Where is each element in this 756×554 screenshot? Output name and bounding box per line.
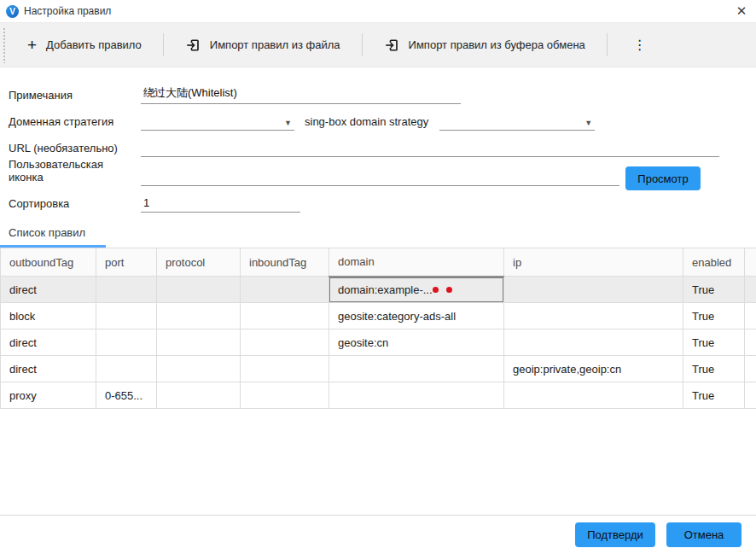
import-clipboard-button[interactable]: Импорт правил из буфера обмена	[363, 23, 607, 67]
singbox-strategy-label: sing-box domain strategy	[305, 115, 428, 131]
red-dot-icon	[446, 287, 452, 293]
footer: Подтверди Отмена	[0, 515, 756, 554]
cell-outboundTag[interactable]: direct	[1, 329, 96, 356]
custom-icon-row: Пользовательская иконка Просмотр	[9, 157, 756, 186]
cell-ip[interactable]	[504, 277, 683, 303]
rule-form: Примечания 绕过大陆(Whitelist) Доменная стра…	[0, 67, 756, 213]
cell-domain[interactable]	[329, 356, 504, 382]
notes-row: Примечания 绕过大陆(Whitelist)	[9, 78, 756, 104]
cell-protocol[interactable]	[157, 382, 241, 409]
cell-ip[interactable]: geoip:private,geoip:cn	[504, 356, 683, 382]
cell-ip[interactable]	[504, 303, 683, 329]
table-empty-area	[0, 409, 756, 515]
cell-enabled[interactable]: True	[683, 382, 745, 409]
cell-domain[interactable]: geosite:category-ads-all	[329, 303, 504, 329]
cell-enabled[interactable]: True	[683, 329, 745, 356]
import-icon	[185, 38, 201, 53]
domain-strategy-select[interactable]: ▼	[141, 114, 294, 131]
rules-table-body: directdomain:example-...Trueblockgeosite…	[1, 277, 756, 409]
cell-inboundTag[interactable]	[241, 277, 329, 303]
import-icon	[384, 38, 399, 53]
tab-rules-list[interactable]: Список правил	[0, 220, 106, 248]
cell-pad	[745, 382, 756, 409]
cell-pad	[745, 303, 756, 329]
cell-domain[interactable]: geosite:cn	[329, 329, 504, 356]
singbox-strategy-select[interactable]: ▼	[439, 114, 595, 131]
cell-port[interactable]	[96, 329, 157, 356]
column-header-ip[interactable]: ip	[504, 248, 683, 277]
cell-domain[interactable]	[329, 382, 504, 409]
cell-domain[interactable]: domain:example-...	[329, 277, 504, 303]
column-header-inboundTag[interactable]: inboundTag	[241, 248, 329, 277]
table-row: proxy0-655...True	[1, 382, 756, 409]
tabbar: Список правил	[0, 220, 756, 248]
cell-port[interactable]	[96, 356, 157, 382]
url-label: URL (необязательно)	[9, 142, 141, 157]
chevron-down-icon: ▼	[584, 119, 592, 127]
custom-icon-label: Пользовательская иконка	[9, 158, 141, 186]
cell-protocol[interactable]	[157, 356, 241, 382]
cell-ip[interactable]	[504, 329, 683, 356]
import-file-label: Импорт правил из файла	[210, 38, 340, 51]
table-row: directgeoip:private,geoip:cnTrue	[1, 356, 756, 382]
cell-protocol[interactable]	[157, 303, 241, 329]
import-clipboard-label: Импорт правил из буфера обмена	[409, 38, 585, 51]
cell-text: domain:example-...	[338, 283, 433, 296]
cell-enabled[interactable]: True	[683, 303, 745, 329]
kebab-icon: ⋮	[633, 37, 647, 53]
domain-strategy-row: Доменная стратегия ▼ sing-box domain str…	[9, 104, 756, 131]
cell-pad	[745, 356, 756, 382]
sort-input[interactable]: 1	[141, 196, 300, 213]
chevron-down-icon: ▼	[284, 119, 292, 127]
cell-protocol[interactable]	[157, 277, 241, 303]
column-header-enabled[interactable]: enabled	[683, 248, 745, 277]
preview-button[interactable]: Просмотр	[625, 166, 701, 190]
url-row: URL (необязательно)	[9, 131, 756, 157]
cell-ip[interactable]	[504, 382, 683, 409]
sort-label: Сортировка	[9, 197, 141, 213]
column-header-outboundTag[interactable]: outboundTag	[1, 248, 96, 277]
column-header-port[interactable]: port	[96, 248, 157, 277]
cell-port[interactable]: 0-655...	[96, 382, 157, 409]
toolbar: + Добавить правило Импорт правил из файл…	[0, 23, 756, 67]
table-row: directgeosite:cnTrue	[1, 329, 756, 356]
plus-icon: +	[27, 37, 37, 53]
close-icon[interactable]: ✕	[727, 0, 756, 22]
cell-inboundTag[interactable]	[241, 382, 329, 409]
red-dot-icon	[433, 287, 439, 293]
active-tab-indicator	[0, 245, 106, 248]
cell-port[interactable]	[96, 277, 157, 303]
cell-enabled[interactable]: True	[683, 277, 745, 303]
cell-pad	[745, 329, 756, 356]
add-rule-button[interactable]: + Добавить правило	[6, 23, 163, 67]
app-logo-icon: V	[6, 5, 19, 18]
cell-outboundTag[interactable]: direct	[1, 356, 96, 382]
add-rule-label: Добавить правило	[46, 38, 142, 51]
column-header-protocol[interactable]: protocol	[157, 248, 241, 277]
cell-inboundTag[interactable]	[241, 329, 329, 356]
column-header-domain[interactable]: domain	[329, 248, 504, 277]
cell-outboundTag[interactable]: block	[1, 303, 96, 329]
cell-inboundTag[interactable]	[241, 356, 329, 382]
more-options-button[interactable]: ⋮	[608, 23, 672, 67]
titlebar: V Настройка правил ✕	[0, 0, 756, 23]
window-title: Настройка правил	[24, 5, 111, 17]
confirm-button[interactable]: Подтверди	[575, 522, 655, 547]
cell-protocol[interactable]	[157, 329, 241, 356]
table-row: blockgeosite:category-ads-allTrue	[1, 303, 756, 329]
cell-outboundTag[interactable]: direct	[1, 277, 96, 303]
cell-port[interactable]	[96, 303, 157, 329]
cancel-button[interactable]: Отмена	[666, 522, 741, 547]
custom-icon-input[interactable]	[141, 183, 619, 186]
rules-table: outboundTagportprotocolinboundTagdomaini…	[0, 248, 756, 409]
table-row: directdomain:example-...True	[1, 277, 756, 303]
cell-pad	[745, 277, 756, 303]
column-header-pad	[745, 248, 756, 277]
notes-label: Примечания	[9, 89, 141, 104]
url-input[interactable]	[141, 154, 719, 157]
cell-outboundTag[interactable]: proxy	[1, 382, 96, 409]
notes-input[interactable]: 绕过大陆(Whitelist)	[141, 85, 461, 104]
cell-enabled[interactable]: True	[683, 356, 745, 382]
cell-inboundTag[interactable]	[241, 303, 329, 329]
import-file-button[interactable]: Импорт правил из файла	[164, 23, 362, 67]
